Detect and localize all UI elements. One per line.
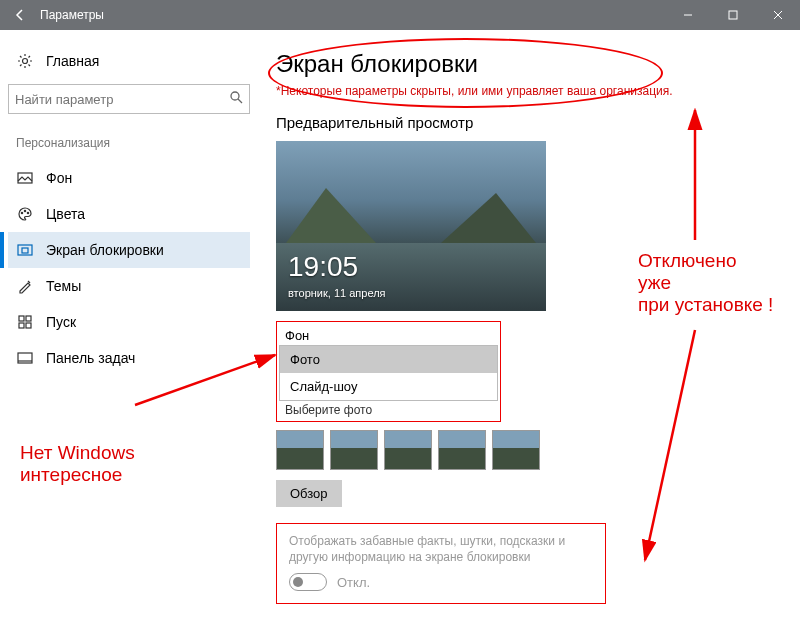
title-bar: Параметры (0, 0, 800, 30)
svg-rect-12 (22, 248, 28, 253)
sidebar-item-colors[interactable]: Цвета (8, 196, 250, 232)
preview-time: 19:05 (288, 251, 358, 283)
palette-icon (16, 205, 34, 223)
sidebar-item-label: Фон (46, 170, 72, 186)
thumbnail-row (276, 430, 780, 470)
svg-point-10 (27, 212, 28, 213)
thumbnail[interactable] (492, 430, 540, 470)
bg-dropdown[interactable]: Фото Слайд-шоу (279, 345, 498, 401)
svg-point-8 (21, 212, 22, 213)
start-icon (16, 313, 34, 331)
facts-toggle-box: Отображать забавные факты, шутки, подска… (276, 523, 606, 604)
sidebar-item-lockscreen[interactable]: Экран блокировки (8, 232, 250, 268)
svg-rect-15 (19, 323, 24, 328)
bg-option-slideshow[interactable]: Слайд-шоу (280, 373, 497, 400)
svg-rect-7 (18, 173, 32, 183)
org-warning: *Некоторые параметры скрыты, или ими упр… (276, 84, 780, 98)
gear-icon (16, 52, 34, 70)
picture-icon (16, 169, 34, 187)
content: Экран блокировки *Некоторые параметры ск… (258, 30, 800, 640)
sidebar-item-label: Темы (46, 278, 81, 294)
bg-label: Фон (279, 324, 498, 345)
lockscreen-icon (16, 241, 34, 259)
close-button[interactable] (755, 0, 800, 30)
facts-toggle-state: Откл. (337, 575, 370, 590)
sidebar-item-background[interactable]: Фон (8, 160, 250, 196)
svg-point-5 (231, 92, 239, 100)
search-icon (229, 90, 243, 108)
minimize-button[interactable] (665, 0, 710, 30)
sidebar-item-start[interactable]: Пуск (8, 304, 250, 340)
lockscreen-preview: 19:05 вторник, 11 апреля (276, 141, 546, 311)
thumbnail[interactable] (384, 430, 432, 470)
sidebar-item-themes[interactable]: Темы (8, 268, 250, 304)
back-button[interactable] (0, 0, 40, 30)
thumbnail[interactable] (276, 430, 324, 470)
facts-toggle[interactable] (289, 573, 327, 591)
svg-rect-14 (26, 316, 31, 321)
sidebar-section: Персонализация (8, 132, 250, 154)
sidebar-item-home[interactable]: Главная (8, 46, 250, 76)
taskbar-icon (16, 349, 34, 367)
themes-icon (16, 277, 34, 295)
facts-description: Отображать забавные факты, шутки, подска… (289, 534, 593, 565)
browse-button[interactable]: Обзор (276, 480, 342, 507)
svg-line-6 (238, 99, 242, 103)
choose-photo-label: Выберите фото (279, 399, 498, 419)
sidebar-item-label: Экран блокировки (46, 242, 164, 258)
page-title: Экран блокировки (276, 50, 780, 78)
svg-rect-13 (19, 316, 24, 321)
preview-label: Предварительный просмотр (276, 114, 780, 131)
sidebar-item-taskbar[interactable]: Панель задач (8, 340, 250, 376)
svg-rect-1 (729, 11, 737, 19)
svg-point-9 (24, 210, 25, 211)
search-box[interactable] (8, 84, 250, 114)
sidebar-home-label: Главная (46, 53, 99, 69)
svg-point-4 (23, 59, 28, 64)
sidebar-item-label: Панель задач (46, 350, 135, 366)
background-selector: Фон Фото Слайд-шоу Выберите фото (276, 321, 501, 422)
thumbnail[interactable] (438, 430, 486, 470)
svg-rect-16 (26, 323, 31, 328)
sidebar-item-label: Цвета (46, 206, 85, 222)
sidebar-item-label: Пуск (46, 314, 76, 330)
search-input[interactable] (15, 92, 229, 107)
thumbnail[interactable] (330, 430, 378, 470)
maximize-button[interactable] (710, 0, 755, 30)
window-title: Параметры (40, 8, 665, 22)
preview-date: вторник, 11 апреля (288, 287, 386, 299)
bg-option-photo[interactable]: Фото (280, 346, 497, 373)
sidebar: Главная Персонализация Фон Цвета Экран б… (0, 30, 258, 640)
